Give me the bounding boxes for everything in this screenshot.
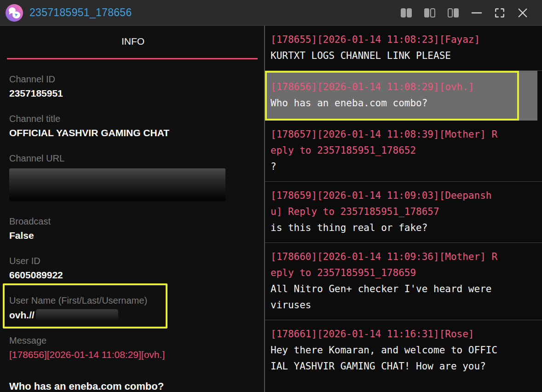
field-user-name: User Name (First/Last/Username) ovh.// (9, 295, 257, 321)
message-header: [178661][2026-01-14 11:16:31][Rose] (271, 326, 499, 342)
field-value: 6605089922 (9, 270, 257, 281)
window-title: 2357185951_178656 (29, 6, 132, 19)
fullscreen-icon (495, 8, 505, 18)
redacted-channel-url (9, 168, 225, 202)
minimize-icon (471, 11, 482, 15)
field-broadcast: Broadcast False (9, 216, 257, 241)
message-row-selected[interactable]: [178656][2026-01-14 11:08:29][ovh.] Who … (265, 71, 537, 121)
message-text: Who has an eneba.com combo? (9, 380, 257, 392)
split-view-right-icon[interactable] (448, 8, 459, 17)
telegram-chat-logo-icon: ➤ (6, 4, 23, 22)
field-user-id: User ID 6605089922 (9, 256, 257, 281)
field-label: User Name (First/Last/Username) (9, 295, 257, 306)
message-header: [178659][2026-01-14 11:09:03][Deepanshu]… (271, 188, 499, 220)
field-label: User ID (9, 256, 257, 266)
message-meta: [178656][2026-01-14 11:08:29][ovh.] (9, 349, 257, 360)
window-controls (401, 7, 528, 18)
field-message: Message [178656][2026-01-14 11:08:29][ov… (9, 335, 257, 392)
main-content: INFO Channel ID 2357185951 Channel title… (0, 26, 542, 392)
field-label: Channel title (9, 114, 257, 124)
message-header: [178657][2026-01-14 11:08:39][Mother] Re… (271, 127, 499, 159)
split-view-left-icon[interactable] (424, 8, 435, 17)
field-label: Channel ID (9, 74, 257, 85)
field-value: OFFICIAL YASHVIR GAMING CHAT (9, 127, 257, 138)
fullscreen-button[interactable] (495, 8, 505, 18)
message-row[interactable]: [178660][2026-01-14 11:09:36][Mother] Re… (265, 243, 542, 320)
title-bar: ➤ 2357185951_178656 (0, 0, 542, 26)
field-label: Channel URL (9, 153, 257, 164)
minimize-button[interactable] (471, 11, 482, 15)
close-icon (517, 7, 528, 18)
message-body: Hey there Komaran, and welcome to OFFICI… (271, 342, 499, 375)
field-channel-url: Channel URL (9, 153, 257, 202)
message-row[interactable]: [178655][2026-01-14 11:08:23][Fayaz] KUR… (265, 26, 542, 71)
message-row[interactable]: [178659][2026-01-14 11:09:03][Deepanshu]… (265, 182, 542, 243)
message-body: ? (271, 159, 499, 175)
field-channel-id: Channel ID 2357185951 (9, 74, 257, 99)
message-header: [178655][2026-01-14 11:08:23][Fayaz] (271, 32, 499, 48)
app-window: ➤ 2357185951_178656 (0, 0, 542, 392)
close-button[interactable] (517, 7, 528, 18)
split-view-both-icon[interactable] (401, 8, 412, 17)
chat-log-panel: [178655][2026-01-14 11:08:23][Fayaz] KUR… (265, 26, 542, 392)
message-header: [178656][2026-01-14 11:08:29][ovh.] (271, 79, 499, 95)
field-label: Broadcast (9, 216, 257, 227)
info-panel: INFO Channel ID 2357185951 Channel title… (0, 26, 265, 392)
message-body: All Nitro Gen+ checker I've heard were v… (271, 281, 499, 313)
info-divider (7, 58, 258, 59)
redacted-username (36, 309, 118, 321)
message-row[interactable]: [178657][2026-01-14 11:08:39][Mother] Re… (265, 121, 542, 182)
info-panel-title: INFO (9, 36, 257, 47)
message-row[interactable]: [178661][2026-01-14 11:16:31][Rose] Hey … (265, 320, 542, 381)
message-body: KURTXT LOGS CHANNEL LINK PLEASE (271, 48, 499, 64)
message-header: [178660][2026-01-14 11:09:36][Mother] Re… (271, 249, 499, 281)
annotation-highlight-box (3, 283, 167, 329)
telegram-plane-bubble-icon: ➤ (12, 12, 20, 18)
field-value: ovh.// (9, 310, 35, 321)
message-body: is this thing real or fake? (271, 220, 499, 236)
field-value: 2357185951 (9, 88, 257, 99)
message-body: Who has an eneba.com combo? (271, 95, 499, 111)
field-channel-title: Channel title OFFICIAL YASHVIR GAMING CH… (9, 114, 257, 138)
field-label: Message (9, 335, 257, 346)
field-value: False (9, 230, 257, 241)
